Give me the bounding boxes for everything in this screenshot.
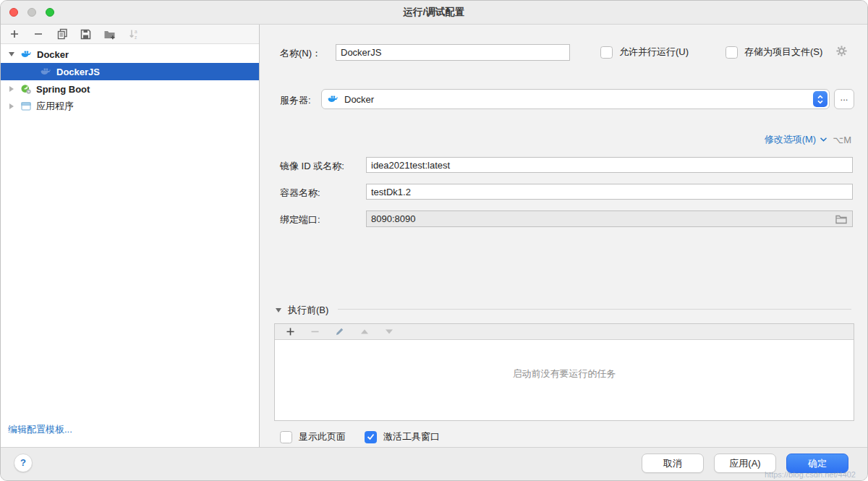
- move-task-down-button[interactable]: [383, 325, 395, 338]
- name-label: 名称(N)：: [280, 47, 321, 60]
- image-id-value: idea2021test:latest: [371, 160, 450, 171]
- bind-ports-value: 8090:8090: [371, 213, 415, 224]
- edit-configuration-templates-link[interactable]: 编辑配置模板...: [8, 423, 72, 436]
- tree-item-application-group[interactable]: 应用程序: [1, 98, 259, 115]
- folder-plus-icon: [103, 29, 116, 40]
- svg-text:a: a: [135, 29, 137, 34]
- bind-ports-input[interactable]: 8090:8090: [366, 210, 853, 227]
- tree-item-label: DockerJS: [56, 67, 100, 77]
- svg-text:z: z: [135, 35, 137, 40]
- spring-boot-icon: [20, 83, 32, 95]
- before-launch-header[interactable]: 执行前(B): [276, 304, 328, 317]
- tree-item-label: Spring Boot: [36, 84, 90, 95]
- up-down-chevrons-icon: [817, 94, 824, 105]
- dialog-title: 运行/调试配置: [1, 1, 867, 24]
- minus-icon: [310, 327, 320, 336]
- name-input[interactable]: DockerJS: [336, 44, 570, 61]
- chevron-collapsed-icon[interactable]: [9, 86, 14, 92]
- server-label: 服务器:: [280, 94, 311, 107]
- container-name-label: 容器名称:: [280, 187, 320, 200]
- no-tasks-message: 启动前没有要运行的任务: [275, 340, 854, 380]
- checkbox-unchecked-icon: [726, 46, 738, 59]
- tree-item-spring-boot-group[interactable]: Spring Boot: [1, 80, 259, 98]
- cancel-button[interactable]: 取消: [642, 454, 704, 473]
- server-selected-value: Docker: [344, 94, 374, 105]
- activate-tool-window-label: 激活工具窗口: [383, 430, 440, 443]
- configurations-sidebar: a z Docker: [1, 25, 260, 448]
- select-stepper[interactable]: [813, 91, 827, 107]
- plus-icon: [9, 29, 20, 39]
- chevron-collapsed-icon[interactable]: [9, 103, 14, 109]
- tree-item-label: Docker: [37, 49, 69, 60]
- docker-icon: [41, 66, 52, 77]
- plus-icon: [286, 327, 295, 336]
- folder-icon[interactable]: [835, 214, 847, 224]
- remove-configuration-button[interactable]: [32, 28, 44, 41]
- section-divider: [338, 309, 851, 310]
- image-id-input[interactable]: idea2021test:latest: [366, 157, 853, 173]
- docker-icon: [328, 93, 339, 105]
- triangle-down-icon: [385, 328, 393, 335]
- check-icon: [367, 433, 375, 440]
- save-icon: [80, 29, 91, 40]
- modify-options-row: 修改选项(M) ⌥M: [765, 133, 851, 146]
- activate-tool-window-checkbox[interactable]: 激活工具窗口: [365, 430, 440, 443]
- tree-item-docker-group[interactable]: Docker: [1, 46, 259, 63]
- checkbox-unchecked-icon: [280, 431, 292, 443]
- edit-task-button[interactable]: [333, 325, 346, 338]
- remove-task-button[interactable]: [309, 325, 321, 338]
- configuration-form: 名称(N)： DockerJS 允许并行运行(U) 存储为项目文件(S) 服务器…: [260, 25, 867, 448]
- modify-options-link[interactable]: 修改选项(M): [765, 133, 828, 146]
- help-button[interactable]: ?: [14, 454, 33, 472]
- name-value: DockerJS: [341, 47, 381, 58]
- triangle-up-icon: [360, 328, 369, 335]
- run-debug-configurations-dialog: 运行/调试配置: [0, 0, 868, 481]
- before-launch-toolbar: [275, 324, 854, 340]
- sidebar-toolbar: a z: [1, 25, 259, 44]
- show-this-page-checkbox[interactable]: 显示此页面: [280, 430, 346, 443]
- save-configuration-button[interactable]: [80, 28, 92, 41]
- store-as-project-file-checkbox[interactable]: 存储为项目文件(S): [726, 46, 822, 59]
- checkbox-checked-icon: [365, 431, 377, 443]
- checkbox-unchecked-icon: [600, 46, 613, 59]
- minus-icon: [33, 29, 43, 39]
- container-name-input[interactable]: testDk1.2: [366, 184, 853, 200]
- allow-parallel-run-label: 允许并行运行(U): [619, 46, 689, 59]
- application-window-icon: [20, 101, 32, 112]
- modify-options-label: 修改选项(M): [765, 133, 817, 146]
- tree-item-label: 应用程序: [36, 100, 74, 113]
- allow-parallel-run-checkbox[interactable]: 允许并行运行(U): [600, 46, 689, 59]
- new-folder-button[interactable]: [103, 28, 116, 41]
- server-select[interactable]: Docker: [321, 89, 830, 109]
- container-name-value: testDk1.2: [371, 187, 411, 197]
- apply-button[interactable]: 应用(A): [714, 454, 776, 473]
- title-bar: 运行/调试配置: [1, 1, 867, 25]
- chevron-expanded-icon[interactable]: [9, 52, 14, 56]
- before-launch-title: 执行前(B): [288, 304, 328, 317]
- move-task-up-button[interactable]: [358, 325, 370, 338]
- chevron-down-icon: [820, 137, 827, 142]
- sort-az-icon: a z: [128, 28, 140, 40]
- add-configuration-button[interactable]: [8, 28, 20, 41]
- copy-icon: [56, 28, 68, 40]
- modify-options-shortcut: ⌥M: [833, 135, 851, 145]
- tree-item-dockerjs-selected[interactable]: DockerJS: [1, 63, 259, 80]
- image-id-label: 镜像 ID 或名称:: [280, 160, 344, 173]
- dialog-footer: ? 取消 应用(A) 确定: [1, 447, 867, 480]
- configurations-tree: Docker DockerJS: [1, 46, 259, 115]
- copy-configuration-button[interactable]: [56, 28, 68, 41]
- gear-icon[interactable]: [835, 45, 848, 57]
- bind-ports-label: 绑定端口:: [280, 213, 320, 226]
- chevron-expanded-icon: [276, 308, 281, 312]
- ok-button[interactable]: 确定: [786, 454, 848, 473]
- browse-server-button[interactable]: ...: [834, 89, 854, 109]
- store-as-project-file-label: 存储为项目文件(S): [744, 46, 822, 59]
- before-launch-task-list: 启动前没有要运行的任务: [274, 323, 854, 421]
- docker-icon: [21, 48, 33, 60]
- pencil-icon: [335, 327, 344, 336]
- sort-configurations-button[interactable]: a z: [127, 28, 140, 41]
- show-this-page-label: 显示此页面: [299, 430, 346, 443]
- add-task-button[interactable]: [284, 325, 297, 338]
